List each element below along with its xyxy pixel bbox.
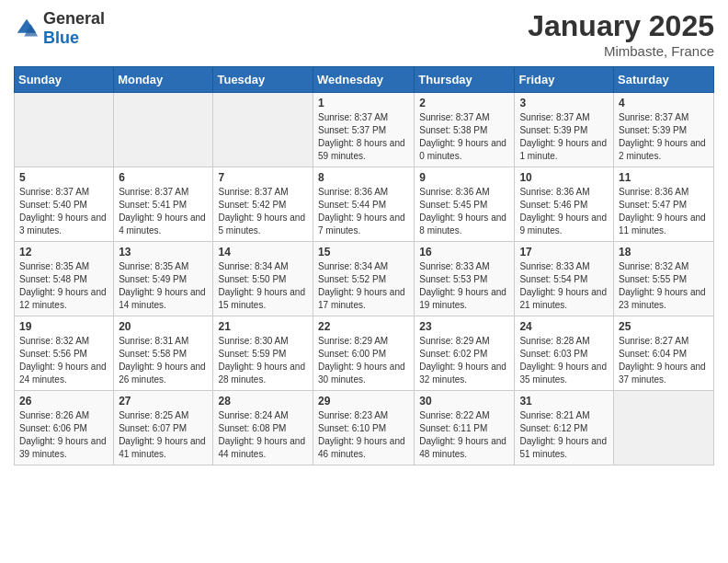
calendar-cell: 7 Sunrise: 8:37 AMSunset: 5:42 PMDayligh… — [213, 167, 313, 242]
calendar-cell — [614, 391, 714, 465]
calendar-cell: 4 Sunrise: 8:37 AMSunset: 5:39 PMDayligh… — [614, 93, 714, 167]
calendar-week-row: 5 Sunrise: 8:37 AMSunset: 5:40 PMDayligh… — [15, 167, 714, 242]
day-info: Sunrise: 8:25 AMSunset: 6:07 PMDaylight:… — [119, 409, 208, 461]
day-number: 5 — [19, 171, 108, 184]
calendar-cell: 14 Sunrise: 8:34 AMSunset: 5:50 PMDaylig… — [213, 242, 313, 316]
day-number: 26 — [19, 395, 108, 408]
calendar-cell: 2 Sunrise: 8:37 AMSunset: 5:38 PMDayligh… — [415, 93, 515, 167]
day-info: Sunrise: 8:29 AMSunset: 6:02 PMDaylight:… — [419, 335, 509, 386]
calendar-cell: 10 Sunrise: 8:36 AMSunset: 5:46 PMDaylig… — [515, 167, 614, 242]
calendar-week-row: 1 Sunrise: 8:37 AMSunset: 5:37 PMDayligh… — [15, 93, 714, 167]
calendar-cell — [213, 93, 313, 167]
day-number: 25 — [619, 320, 709, 333]
logo-icon — [14, 16, 40, 41]
calendar-cell: 28 Sunrise: 8:24 AMSunset: 6:08 PMDaylig… — [213, 391, 313, 465]
day-number: 13 — [119, 246, 208, 259]
logo-general: General — [43, 9, 105, 28]
day-info: Sunrise: 8:33 AMSunset: 5:54 PMDaylight:… — [519, 260, 609, 312]
day-number: 22 — [318, 320, 409, 333]
day-info: Sunrise: 8:36 AMSunset: 5:47 PMDaylight:… — [619, 186, 709, 237]
calendar-cell: 25 Sunrise: 8:27 AMSunset: 6:04 PMDaylig… — [614, 316, 714, 391]
calendar-cell: 6 Sunrise: 8:37 AMSunset: 5:41 PMDayligh… — [114, 167, 213, 242]
calendar-cell — [15, 93, 114, 167]
day-info: Sunrise: 8:36 AMSunset: 5:44 PMDaylight:… — [318, 186, 409, 237]
day-number: 7 — [218, 171, 308, 184]
calendar-cell: 27 Sunrise: 8:25 AMSunset: 6:07 PMDaylig… — [114, 391, 213, 465]
day-info: Sunrise: 8:35 AMSunset: 5:48 PMDaylight:… — [19, 260, 108, 312]
day-info: Sunrise: 8:35 AMSunset: 5:49 PMDaylight:… — [119, 260, 208, 312]
day-number: 10 — [519, 171, 609, 184]
day-info: Sunrise: 8:24 AMSunset: 6:08 PMDaylight:… — [218, 409, 308, 461]
location-title: Mimbaste, France — [528, 43, 714, 59]
day-number: 6 — [119, 171, 208, 184]
day-info: Sunrise: 8:30 AMSunset: 5:59 PMDaylight:… — [218, 335, 308, 386]
day-number: 1 — [318, 97, 409, 109]
weekday-header-sunday: Sunday — [15, 67, 114, 93]
page-header: General Blue January 2025 Mimbaste, Fran… — [14, 9, 714, 59]
calendar-week-row: 19 Sunrise: 8:32 AMSunset: 5:56 PMDaylig… — [15, 316, 714, 391]
day-info: Sunrise: 8:21 AMSunset: 6:12 PMDaylight:… — [519, 409, 609, 461]
day-number: 14 — [218, 246, 308, 259]
weekday-header-wednesday: Wednesday — [313, 67, 415, 93]
weekday-header-thursday: Thursday — [415, 67, 515, 93]
calendar-week-row: 26 Sunrise: 8:26 AMSunset: 6:06 PMDaylig… — [15, 391, 714, 465]
day-info: Sunrise: 8:34 AMSunset: 5:50 PMDaylight:… — [218, 260, 308, 312]
calendar-cell: 15 Sunrise: 8:34 AMSunset: 5:52 PMDaylig… — [313, 242, 415, 316]
day-info: Sunrise: 8:37 AMSunset: 5:39 PMDaylight:… — [619, 111, 709, 163]
calendar-cell: 30 Sunrise: 8:22 AMSunset: 6:11 PMDaylig… — [415, 391, 515, 465]
day-info: Sunrise: 8:32 AMSunset: 5:55 PMDaylight:… — [619, 260, 709, 312]
calendar-header-row: SundayMondayTuesdayWednesdayThursdayFrid… — [15, 67, 714, 93]
day-number: 9 — [419, 171, 509, 184]
day-number: 23 — [419, 320, 509, 333]
day-info: Sunrise: 8:27 AMSunset: 6:04 PMDaylight:… — [619, 335, 709, 386]
month-title: January 2025 — [528, 9, 714, 43]
day-number: 30 — [419, 395, 509, 408]
calendar-cell: 9 Sunrise: 8:36 AMSunset: 5:45 PMDayligh… — [415, 167, 515, 242]
day-number: 15 — [318, 246, 409, 259]
day-number: 21 — [218, 320, 308, 333]
day-number: 2 — [419, 97, 509, 109]
calendar-cell: 19 Sunrise: 8:32 AMSunset: 5:56 PMDaylig… — [15, 316, 114, 391]
calendar-cell: 16 Sunrise: 8:33 AMSunset: 5:53 PMDaylig… — [415, 242, 515, 316]
calendar-cell: 5 Sunrise: 8:37 AMSunset: 5:40 PMDayligh… — [15, 167, 114, 242]
day-number: 11 — [619, 171, 709, 184]
calendar-cell: 18 Sunrise: 8:32 AMSunset: 5:55 PMDaylig… — [614, 242, 714, 316]
day-number: 17 — [519, 246, 609, 259]
weekday-header-saturday: Saturday — [614, 67, 714, 93]
day-number: 20 — [119, 320, 208, 333]
day-info: Sunrise: 8:28 AMSunset: 6:03 PMDaylight:… — [519, 335, 609, 386]
calendar-cell: 23 Sunrise: 8:29 AMSunset: 6:02 PMDaylig… — [415, 316, 515, 391]
day-number: 29 — [318, 395, 409, 408]
day-info: Sunrise: 8:37 AMSunset: 5:39 PMDaylight:… — [519, 111, 609, 163]
calendar-cell: 20 Sunrise: 8:31 AMSunset: 5:58 PMDaylig… — [114, 316, 213, 391]
calendar-week-row: 12 Sunrise: 8:35 AMSunset: 5:48 PMDaylig… — [15, 242, 714, 316]
day-info: Sunrise: 8:22 AMSunset: 6:11 PMDaylight:… — [419, 409, 509, 461]
title-block: January 2025 Mimbaste, France — [528, 9, 714, 59]
calendar-cell: 24 Sunrise: 8:28 AMSunset: 6:03 PMDaylig… — [515, 316, 614, 391]
day-info: Sunrise: 8:36 AMSunset: 5:45 PMDaylight:… — [419, 186, 509, 237]
day-info: Sunrise: 8:33 AMSunset: 5:53 PMDaylight:… — [419, 260, 509, 312]
calendar-cell: 8 Sunrise: 8:36 AMSunset: 5:44 PMDayligh… — [313, 167, 415, 242]
calendar-cell: 13 Sunrise: 8:35 AMSunset: 5:49 PMDaylig… — [114, 242, 213, 316]
day-number: 4 — [619, 97, 709, 109]
day-info: Sunrise: 8:37 AMSunset: 5:41 PMDaylight:… — [119, 186, 208, 237]
logo-text: General Blue — [43, 9, 105, 48]
logo-blue: Blue — [43, 29, 79, 47]
day-number: 18 — [619, 246, 709, 259]
day-number: 16 — [419, 246, 509, 259]
weekday-header-monday: Monday — [114, 67, 213, 93]
calendar-table: SundayMondayTuesdayWednesdayThursdayFrid… — [14, 66, 714, 465]
day-number: 27 — [119, 395, 208, 408]
day-number: 19 — [19, 320, 108, 333]
calendar-cell: 29 Sunrise: 8:23 AMSunset: 6:10 PMDaylig… — [313, 391, 415, 465]
day-number: 24 — [519, 320, 609, 333]
day-info: Sunrise: 8:37 AMSunset: 5:37 PMDaylight:… — [318, 111, 409, 163]
day-info: Sunrise: 8:34 AMSunset: 5:52 PMDaylight:… — [318, 260, 409, 312]
day-info: Sunrise: 8:23 AMSunset: 6:10 PMDaylight:… — [318, 409, 409, 461]
logo: General Blue — [14, 9, 105, 48]
day-number: 3 — [519, 97, 609, 109]
day-number: 12 — [19, 246, 108, 259]
day-number: 8 — [318, 171, 409, 184]
calendar-cell: 17 Sunrise: 8:33 AMSunset: 5:54 PMDaylig… — [515, 242, 614, 316]
day-info: Sunrise: 8:37 AMSunset: 5:40 PMDaylight:… — [19, 186, 108, 237]
